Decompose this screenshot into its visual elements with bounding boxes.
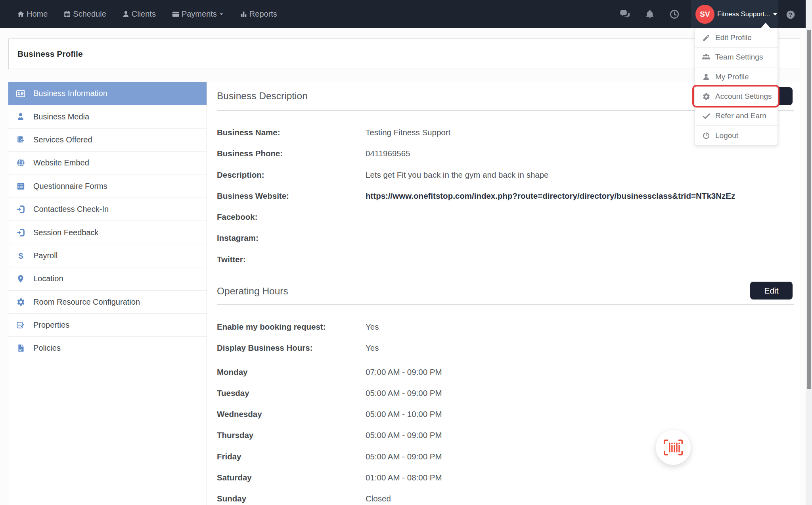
field-row: Business Website:https://www.onefitstop.… <box>217 192 793 213</box>
sidebar-item-contactless-check-in[interactable]: Contactless Check-In <box>8 198 207 221</box>
help-icon[interactable]: ? <box>785 10 796 21</box>
document-icon <box>16 344 25 352</box>
avatar-initials: SV <box>700 10 710 19</box>
sidebar-item-label: Website Embed <box>33 158 89 167</box>
edit-operating-hours-button[interactable]: Edit <box>750 282 793 300</box>
field-row: Wednesday05:00 AM - 10:00 PM <box>217 410 793 431</box>
bell-icon[interactable] <box>645 9 655 19</box>
menu-item-logout[interactable]: Logout <box>695 126 778 145</box>
menu-item-refer-and-earn[interactable]: Refer and Earn <box>695 106 778 126</box>
nav-item-home[interactable]: Home <box>17 10 48 19</box>
chat-icon[interactable] <box>620 9 630 19</box>
home-icon <box>17 10 25 18</box>
map-marker-icon <box>16 275 25 283</box>
sidebar-item-label: Business Media <box>33 112 89 121</box>
field-label: Business Name: <box>217 128 366 137</box>
field-value: 05:00 AM - 09:00 PM <box>366 431 442 440</box>
field-row: Display Business Hours:Yes <box>217 344 793 365</box>
person-tie-icon <box>16 112 25 121</box>
nav-label: Reports <box>249 10 277 19</box>
field-label: Instagram: <box>217 234 366 242</box>
operating-hours-title: Operating Hours <box>217 286 288 297</box>
menu-item-label: Team Settings <box>715 53 763 61</box>
business-description-title: Business Description <box>217 90 308 102</box>
field-label: Tuesday <box>217 389 366 397</box>
main-nav: Home Schedule Clients Payments Reports <box>17 0 277 28</box>
field-row: Instagram: <box>217 234 793 255</box>
scrollbar-thumb[interactable] <box>807 30 811 389</box>
dropdown-arrow <box>761 23 770 28</box>
credit-card-icon <box>172 10 180 18</box>
nav-label: Clients <box>132 10 156 19</box>
field-row: SundayClosed <box>217 494 793 505</box>
business-description-fields: Business Name:Testing Fitness Support Bu… <box>217 128 793 276</box>
menu-item-edit-profile[interactable]: Edit Profile <box>695 28 778 48</box>
field-row: Twitter: <box>217 255 793 276</box>
nav-label: Payments <box>182 10 217 19</box>
power-icon <box>701 132 711 140</box>
field-label: Facebook: <box>217 213 366 221</box>
sign-in-icon <box>16 205 25 214</box>
caret-down-icon <box>219 12 224 17</box>
nav-item-clients[interactable]: Clients <box>122 10 156 19</box>
scrollbar-track[interactable] <box>806 0 812 505</box>
field-label: Wednesday <box>217 410 366 419</box>
field-value: Yes <box>366 323 379 331</box>
field-label: Saturday <box>217 473 366 482</box>
sidebar-item-properties[interactable]: Properties <box>8 314 207 337</box>
field-label: Sunday <box>217 494 366 503</box>
clock-icon[interactable] <box>669 9 680 19</box>
field-label: Friday <box>217 452 366 461</box>
sidebar-item-label: Session Feedback <box>33 228 99 237</box>
nav-item-reports[interactable]: Reports <box>240 10 277 19</box>
scan-widget-button[interactable] <box>656 430 691 465</box>
operating-hours-fields: Enable my booking request:Yes Display Bu… <box>217 323 793 505</box>
check-icon <box>701 112 711 120</box>
menu-item-team-settings[interactable]: Team Settings <box>695 48 778 67</box>
gear-icon <box>16 298 25 307</box>
sidebar-item-label: Policies <box>33 344 61 353</box>
user-name: Fitness Support... <box>717 10 770 18</box>
nav-label: Home <box>27 10 48 19</box>
menu-item-account-settings[interactable]: Account Settings <box>695 87 778 106</box>
sidebar-item-website-embed[interactable]: Website Embed <box>8 152 207 175</box>
sidebar-item-label: Payroll <box>33 251 57 260</box>
menu-item-label: My Profile <box>715 73 749 81</box>
field-value: 07:00 AM - 09:00 PM <box>366 368 442 376</box>
user-dropdown-menu: Edit Profile Team Settings My Profile Ac… <box>695 28 778 145</box>
sidebar-item-business-information[interactable]: Business Information <box>8 82 207 105</box>
menu-item-label: Edit Profile <box>715 33 752 42</box>
calendar-icon <box>63 10 71 18</box>
page-title: Business Profile <box>9 39 800 69</box>
dollar-icon: $ <box>16 251 25 260</box>
field-row: Friday05:00 AM - 09:00 PM <box>217 452 793 473</box>
settings-sidebar: Business Information Business Media Serv… <box>8 82 207 505</box>
sidebar-item-services-offered[interactable]: Services Offered <box>8 129 207 152</box>
business-website-link[interactable]: https://www.onefitstop.com/index.php?rou… <box>366 192 735 200</box>
sidebar-item-business-media[interactable]: Business Media <box>8 105 207 128</box>
sidebar-item-label: Questionnaire Forms <box>33 182 107 191</box>
users-icon <box>701 52 711 62</box>
field-label: Thursday <box>217 431 366 440</box>
sidebar-item-room-resource-configuration[interactable]: Room Resource Configuration <box>8 291 207 314</box>
menu-item-label: Refer and Earn <box>715 111 766 120</box>
sidebar-item-payroll[interactable]: $ Payroll <box>8 244 207 267</box>
field-row: Thursday05:00 AM - 09:00 PM <box>217 431 793 452</box>
field-value: 0411969565 <box>366 149 410 158</box>
field-row: Facebook: <box>217 213 793 234</box>
field-value: Testing Fitness Support <box>366 128 450 137</box>
menu-item-label: Account Settings <box>715 92 772 101</box>
top-navbar: Home Schedule Clients Payments Reports S… <box>0 0 806 28</box>
sidebar-item-policies[interactable]: Policies <box>8 337 207 360</box>
sidebar-item-questionnaire-forms[interactable]: Questionnaire Forms <box>8 175 207 198</box>
field-value: 05:00 AM - 10:00 PM <box>366 410 442 419</box>
nav-item-schedule[interactable]: Schedule <box>63 10 106 19</box>
edit-note-icon <box>16 321 25 330</box>
menu-item-my-profile[interactable]: My Profile <box>695 67 778 87</box>
field-value: Lets get Fit you back in the gym and bac… <box>366 171 549 179</box>
navbar-icon-group <box>620 0 680 28</box>
field-label: Twitter: <box>217 255 366 264</box>
nav-item-payments[interactable]: Payments <box>172 10 224 19</box>
sidebar-item-session-feedback[interactable]: Session Feedback <box>8 221 207 244</box>
sidebar-item-location[interactable]: Location <box>8 267 207 290</box>
